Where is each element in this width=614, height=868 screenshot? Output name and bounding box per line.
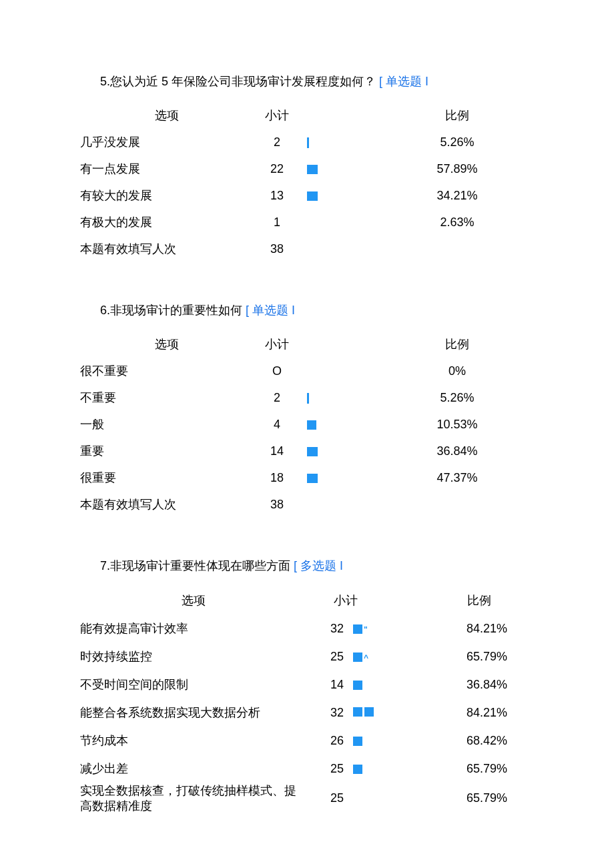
- question-type-label: [ 单选题 I: [246, 304, 295, 317]
- bar-cell: [300, 187, 380, 204]
- question-type-label: [ 单选题 I: [379, 75, 428, 88]
- option-label: 重要: [80, 443, 254, 460]
- question-type-label: [ 多选题 I: [294, 559, 343, 572]
- option-label: 很不重要: [80, 363, 254, 380]
- col-subtotal-header: 小计: [254, 107, 300, 124]
- subtotal-value: 14: [254, 443, 300, 460]
- col-ratio-header: 比例: [380, 336, 534, 353]
- ratio-value: 65.79%: [410, 790, 534, 807]
- bar-icon: [307, 165, 318, 174]
- col-option-header: 选项: [80, 336, 254, 353]
- ratio-value: 36.84%: [410, 677, 534, 693]
- subtotal-value: 2: [254, 134, 300, 151]
- table-header: 选项 小计 比例: [80, 331, 534, 358]
- table-row: 一般 4 10.53%: [80, 411, 534, 438]
- table-header: 选项 小计 比例: [80, 587, 534, 615]
- question-title: 7.非现场审计重要性体现在哪些方面 [ 多选题 I: [80, 558, 534, 574]
- question-text: 非现场审计的重要性如何: [110, 304, 242, 317]
- bar-icon: [307, 474, 318, 483]
- subtotal-value: 25: [307, 648, 344, 665]
- ratio-value: 57.89%: [380, 161, 534, 177]
- option-label: 不受时间空间的限制: [80, 677, 307, 693]
- bar-cell: [344, 761, 410, 777]
- option-label: 有较大的发展: [80, 187, 254, 204]
- subtotal-value: 26: [307, 733, 344, 749]
- col-option-header: 选项: [80, 107, 254, 124]
- ratio-value: 84.21%: [410, 620, 534, 637]
- subtotal-value: 4: [254, 416, 300, 433]
- table-row: 减少出差 25 65.79%: [80, 755, 534, 783]
- question-7: 7.非现场审计重要性体现在哪些方面 [ 多选题 I 选项 小计 比例 能有效提高…: [80, 558, 534, 814]
- question-text: 您认为近 5 年保险公司非现场审计发展程度如何？: [110, 75, 376, 88]
- table-row: 有一点发展 22 57.89%: [80, 155, 534, 182]
- question-title: 6.非现场审计的重要性如何 [ 单选题 I: [80, 302, 534, 319]
- ratio-value: 2.63%: [380, 214, 534, 231]
- subtotal-value: 2: [254, 390, 300, 406]
- bar-icon: [307, 393, 309, 404]
- table-row: 实现全数据核查，打破传统抽样模式、提高数据精准度 25 65.79%: [80, 783, 534, 815]
- bar-extra-mark: ": [364, 625, 368, 634]
- ratio-value: 5.26%: [380, 134, 534, 151]
- ratio-value: 47.37%: [380, 470, 534, 486]
- ratio-value: 34.21%: [380, 187, 534, 204]
- ratio-value: 36.84%: [380, 443, 534, 460]
- subtotal-value: O: [254, 363, 300, 380]
- question-number: 5.: [100, 75, 110, 88]
- subtotal-value: 22: [254, 161, 300, 177]
- ratio-value: 84.21%: [410, 705, 534, 721]
- table-row: 几乎没发展 2 5.26%: [80, 129, 534, 155]
- ratio-value: 0%: [380, 363, 534, 380]
- table-row: 不重要 2 5.26%: [80, 384, 534, 411]
- subtotal-value: 32: [307, 620, 344, 637]
- option-label: 一般: [80, 416, 254, 433]
- bar-cell: ^: [344, 648, 410, 665]
- valid-responses-row: 本题有效填写人次 38: [80, 491, 534, 518]
- question-6: 6.非现场审计的重要性如何 [ 单选题 I 选项 小计 比例 很不重要 O 0%…: [80, 302, 534, 518]
- bar-cell: ": [344, 620, 410, 637]
- option-label: 几乎没发展: [80, 134, 254, 151]
- table-row: 时效持续监控 25 ^ 65.79%: [80, 643, 534, 671]
- option-label: 有一点发展: [80, 161, 254, 177]
- ratio-value: 65.79%: [410, 761, 534, 777]
- question-number: 6.: [100, 304, 110, 317]
- table-row: 很不重要 O 0%: [80, 358, 534, 384]
- bar-icon: [353, 624, 362, 634]
- valid-responses-count: 38: [254, 241, 300, 258]
- col-subtotal-header: 小计: [254, 336, 300, 353]
- subtotal-value: 25: [307, 761, 344, 777]
- table-row: 能整合各系统数据实现大数据分析 32 84.21%: [80, 699, 534, 727]
- table-header: 选项 小计 比例: [80, 102, 534, 129]
- question-text: 非现场审计重要性体现在哪些方面: [110, 559, 290, 572]
- bar-icon: [353, 681, 362, 690]
- bar-cell: [300, 470, 380, 486]
- option-label: 有极大的发展: [80, 214, 254, 231]
- bar-extra-mark: ^: [364, 653, 368, 663]
- option-label: 很重要: [80, 470, 254, 486]
- bar-icon: [307, 420, 316, 430]
- bar-icon: [353, 707, 374, 717]
- col-option-header: 选项: [80, 592, 307, 609]
- bar-icon: [307, 191, 318, 201]
- bar-cell: [300, 443, 380, 460]
- ratio-value: 10.53%: [380, 416, 534, 433]
- option-label: 能整合各系统数据实现大数据分析: [80, 705, 307, 721]
- valid-responses-row: 本题有效填写人次 38: [80, 236, 534, 262]
- subtotal-value: 32: [307, 705, 344, 721]
- valid-responses-count: 38: [254, 496, 300, 513]
- option-label: 减少出差: [80, 761, 307, 777]
- subtotal-value: 13: [254, 187, 300, 204]
- option-label: 不重要: [80, 390, 254, 406]
- subtotal-value: 14: [307, 677, 344, 693]
- table-row: 重要 14 36.84%: [80, 438, 534, 464]
- valid-responses-label: 本题有效填写人次: [80, 496, 254, 513]
- survey-page: 5.您认为近 5 年保险公司非现场审计发展程度如何？ [ 单选题 I 选项 小计…: [0, 0, 614, 868]
- col-subtotal-header: 小计: [307, 592, 380, 609]
- bar-cell: [300, 390, 380, 406]
- table-row: 能有效提高审计效率 32 " 84.21%: [80, 615, 534, 643]
- option-label: 实现全数据核查，打破传统抽样模式、提高数据精准度: [80, 783, 307, 815]
- question-number: 7.: [100, 559, 110, 572]
- question-title: 5.您认为近 5 年保险公司非现场审计发展程度如何？ [ 单选题 I: [80, 73, 534, 90]
- bar-icon: [353, 765, 362, 774]
- bar-cell: [300, 134, 380, 151]
- bar-icon: [307, 137, 309, 148]
